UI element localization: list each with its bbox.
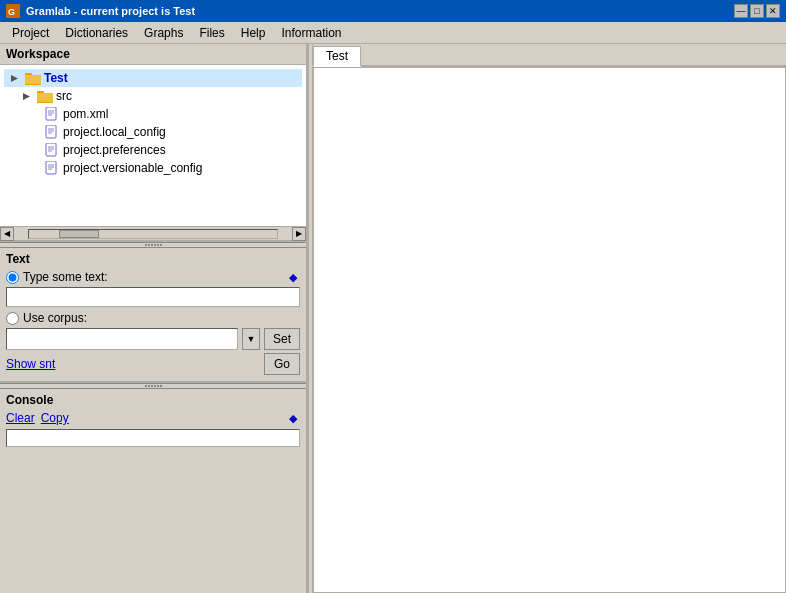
left-panel: Workspace Test <box>0 44 308 593</box>
workspace-section: Workspace Test <box>0 44 306 242</box>
close-button[interactable]: ✕ <box>766 4 780 18</box>
menu-information[interactable]: Information <box>273 24 349 42</box>
type-text-diamond[interactable]: ◆ <box>286 270 300 284</box>
console-diamond[interactable]: ◆ <box>286 411 300 425</box>
corpus-row: Use corpus: <box>6 311 300 325</box>
dot2 <box>148 244 150 246</box>
menu-project[interactable]: Project <box>4 24 57 42</box>
app-icon: G <box>6 4 20 18</box>
file-icon-pom <box>44 106 60 122</box>
svg-rect-22 <box>46 161 56 174</box>
file-icon-preferences <box>44 142 60 158</box>
tree-item-local-config[interactable]: project.local_config <box>4 123 302 141</box>
tree-item-pom[interactable]: pom.xml <box>4 105 302 123</box>
tree-label-src: src <box>56 89 72 103</box>
right-panel: Test <box>313 44 786 593</box>
menu-files[interactable]: Files <box>191 24 232 42</box>
file-icon-versionable-config <box>44 160 60 176</box>
tab-bar: Test <box>313 44 786 67</box>
clear-link[interactable]: Clear <box>6 411 35 425</box>
scroll-thumb[interactable] <box>59 230 99 238</box>
folder-icon-src <box>37 88 53 104</box>
tree-label-test: Test <box>44 71 68 85</box>
svg-rect-9 <box>37 93 53 102</box>
type-text-input[interactable] <box>6 287 300 307</box>
corpus-dropdown-btn[interactable]: ▼ <box>242 328 260 350</box>
svg-rect-18 <box>46 143 56 156</box>
menu-dictionaries[interactable]: Dictionaries <box>57 24 136 42</box>
svg-text:G: G <box>8 7 15 17</box>
type-text-label[interactable]: Type some text: <box>6 270 108 284</box>
corpus-label-text: Use corpus: <box>23 311 87 325</box>
resize-dots <box>145 244 162 246</box>
tree-label-local-config: project.local_config <box>63 125 166 139</box>
main-layout: Workspace Test <box>0 44 786 593</box>
maximize-button[interactable]: □ <box>750 4 764 18</box>
console-header: Console <box>6 393 300 407</box>
set-button[interactable]: Set <box>264 328 300 350</box>
tree-label-pom: pom.xml <box>63 107 108 121</box>
type-text-row: Type some text: ◆ <box>6 270 300 284</box>
dot3 <box>151 244 153 246</box>
menu-help[interactable]: Help <box>233 24 274 42</box>
tab-content-test <box>313 67 786 593</box>
corpus-input[interactable] <box>6 328 238 350</box>
text-section: Text Type some text: ◆ Use corpus: ▼ Set <box>0 248 306 383</box>
svg-marker-6 <box>23 93 30 100</box>
workspace-header: Workspace <box>0 44 306 65</box>
text-section-header: Text <box>6 252 300 266</box>
expand-icon <box>6 70 22 86</box>
show-snt-row: Show snt Go <box>6 353 300 375</box>
window-controls: — □ ✕ <box>734 4 780 18</box>
tree-label-preferences: project.preferences <box>63 143 166 157</box>
dot4 <box>154 244 156 246</box>
minimize-button[interactable]: — <box>734 4 748 18</box>
workspace-hscrollbar[interactable]: ◀ ▶ <box>0 226 306 240</box>
corpus-label[interactable]: Use corpus: <box>6 311 87 325</box>
window-title: Gramlab - current project is Test <box>26 5 195 17</box>
workspace-tree[interactable]: Test src <box>0 65 306 226</box>
dot6 <box>160 244 162 246</box>
title-bar: G Gramlab - current project is Test — □ … <box>0 0 786 22</box>
dot1 <box>145 244 147 246</box>
console-section: Console Clear Copy ◆ <box>0 389 306 593</box>
svg-marker-2 <box>11 75 18 82</box>
scroll-track[interactable] <box>28 229 278 239</box>
tree-item-src[interactable]: src <box>4 87 302 105</box>
copy-link[interactable]: Copy <box>41 411 69 425</box>
console-input[interactable] <box>6 429 300 447</box>
corpus-input-row: ▼ Set <box>6 328 300 350</box>
type-text-radio[interactable] <box>6 271 19 284</box>
scroll-left-btn[interactable]: ◀ <box>0 227 14 241</box>
go-button[interactable]: Go <box>264 353 300 375</box>
expand-icon-src <box>18 88 34 104</box>
tree-label-versionable-config: project.versionable_config <box>63 161 202 175</box>
menu-graphs[interactable]: Graphs <box>136 24 191 42</box>
tree-item-preferences[interactable]: project.preferences <box>4 141 302 159</box>
resize-dots-2 <box>145 385 162 387</box>
tab-test[interactable]: Test <box>313 46 361 67</box>
type-text-label-text: Type some text: <box>23 270 108 284</box>
file-icon-local-config <box>44 124 60 140</box>
svg-rect-14 <box>46 125 56 138</box>
console-links: Clear Copy <box>6 411 69 425</box>
tree-item-test[interactable]: Test <box>4 69 302 87</box>
svg-rect-5 <box>25 75 41 84</box>
svg-rect-10 <box>46 107 56 120</box>
show-snt-link[interactable]: Show snt <box>6 357 55 371</box>
corpus-radio[interactable] <box>6 312 19 325</box>
folder-open-icon <box>25 70 41 86</box>
tree-item-versionable-config[interactable]: project.versionable_config <box>4 159 302 177</box>
scroll-right-btn[interactable]: ▶ <box>292 227 306 241</box>
menu-bar: Project Dictionaries Graphs Files Help I… <box>0 22 786 44</box>
console-buttons-row: Clear Copy ◆ <box>6 411 300 425</box>
dot5 <box>157 244 159 246</box>
